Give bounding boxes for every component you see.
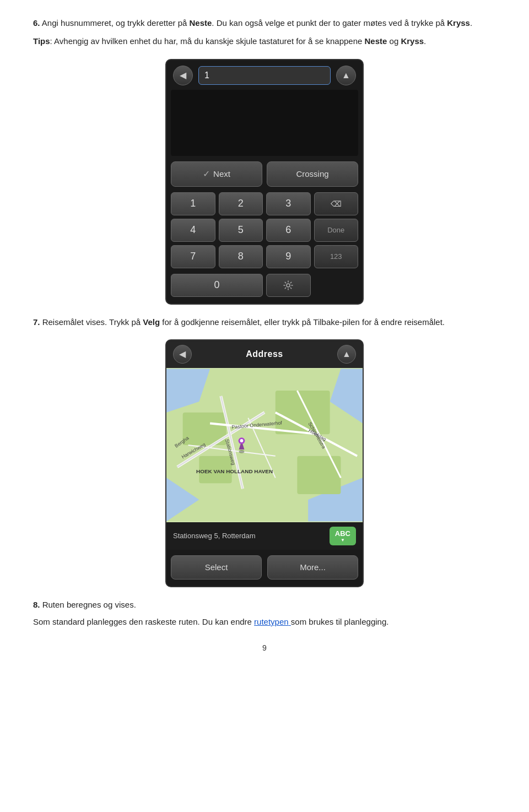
- step6-text3: .: [470, 18, 472, 28]
- select-label: Select: [205, 562, 228, 572]
- key-zero-row: 0: [166, 274, 363, 304]
- map-address: Stationsweg 5, Rotterdam: [173, 532, 256, 540]
- back-nav-button[interactable]: ◀: [173, 66, 193, 85]
- input-value: 1: [204, 71, 209, 80]
- svg-rect-9: [297, 456, 341, 494]
- step7-text2: for å godkjenne reisemålet, eller trykk …: [162, 317, 445, 327]
- tip-label: Tips: [33, 36, 50, 46]
- step6-text2: . Du kan også velge et punkt der to gate…: [212, 18, 447, 28]
- check-icon: ✓: [203, 169, 210, 179]
- keypad-screenshot: ◀ 1 ▲ ✓ Next Crossing 1 2 3 ⌫ 4 5 6 Done…: [165, 59, 364, 305]
- map-screenshot: ◀ Address ▲: [165, 339, 364, 587]
- map-back-button[interactable]: ◀: [173, 345, 192, 364]
- tip-text: Avhengig av hvilken enhet du har, må du …: [54, 36, 364, 46]
- step7-text: Reisemålet vises. Trykk på: [42, 317, 143, 327]
- step6-bold1: Neste: [190, 18, 212, 28]
- next-button[interactable]: ✓ Next: [171, 161, 262, 187]
- step7-bold: Velg: [143, 317, 160, 327]
- step8-number: 8.: [33, 600, 40, 609]
- rutetype-link-text: rutetypen: [254, 617, 289, 626]
- key-7[interactable]: 7: [171, 245, 215, 268]
- crossing-label: Crossing: [296, 169, 328, 178]
- step6-number: 6.: [33, 18, 40, 28]
- tip-end: .: [424, 36, 426, 46]
- keypad-top-bar: ◀ 1 ▲: [166, 60, 363, 90]
- page-number: 9: [33, 643, 496, 652]
- key-9[interactable]: 9: [266, 245, 311, 268]
- number-input-box[interactable]: 1: [198, 66, 331, 85]
- map-title: Address: [246, 349, 283, 359]
- key-backspace[interactable]: ⌫: [314, 192, 359, 215]
- tip-colon: :: [50, 36, 55, 46]
- step8-text3: som brukes til planlegging.: [291, 617, 389, 626]
- keypad-grid: 1 2 3 ⌫ 4 5 6 Done 7 8 9 123: [166, 192, 363, 274]
- next-label: Next: [213, 169, 230, 178]
- key-123[interactable]: 123: [314, 245, 359, 268]
- abc-label: ABC: [335, 529, 350, 538]
- key-2[interactable]: 2: [219, 192, 263, 215]
- select-button[interactable]: Select: [171, 555, 262, 580]
- step6-bold2: Kryss: [447, 18, 470, 28]
- map-area: Bergha Harwichweg Stationsweg Pastoor On…: [166, 368, 363, 522]
- map-actions-row: Select More...: [166, 550, 363, 586]
- keypad-dark-area: [171, 90, 358, 156]
- abc-arrow: ▼: [341, 538, 345, 543]
- more-label: More...: [300, 562, 326, 572]
- svg-point-26: [239, 450, 245, 453]
- key-0[interactable]: 0: [171, 274, 263, 297]
- tip-bold2: Kryss: [401, 36, 424, 46]
- key-1[interactable]: 1: [171, 192, 215, 215]
- key-3[interactable]: 3: [266, 192, 311, 215]
- step6-text1: Angi husnummeret, og trykk deretter på: [42, 18, 190, 28]
- key-5[interactable]: 5: [219, 219, 263, 242]
- svg-point-0: [287, 284, 290, 287]
- key-6[interactable]: 6: [266, 219, 311, 242]
- step7-number: 7.: [33, 317, 40, 327]
- key-4[interactable]: 4: [171, 219, 215, 242]
- svg-text:HOEK VAN HOLLAND HAVEN: HOEK VAN HOLLAND HAVEN: [196, 468, 273, 474]
- forward-nav-button[interactable]: ▲: [336, 66, 356, 85]
- key-done[interactable]: Done: [314, 219, 359, 242]
- svg-point-29: [240, 439, 244, 442]
- more-button[interactable]: More...: [267, 555, 358, 580]
- map-bottom-bar: Stationsweg 5, Rotterdam ABC ▼: [166, 522, 363, 550]
- tip-bold1: Neste: [365, 36, 387, 46]
- keypad-action-row: ✓ Next Crossing: [166, 161, 363, 187]
- map-top-bar: ◀ Address ▲: [166, 340, 363, 368]
- key-gear[interactable]: [266, 274, 311, 297]
- crossing-button[interactable]: Crossing: [267, 161, 358, 187]
- tip-and: og: [387, 36, 401, 46]
- abc-button[interactable]: ABC ▼: [330, 527, 356, 545]
- key-8[interactable]: 8: [219, 245, 263, 268]
- rutetype-link[interactable]: rutetypen: [254, 617, 291, 626]
- map-forward-button[interactable]: ▲: [337, 345, 356, 364]
- step8-text2: Som standard planlegges den raskeste rut…: [33, 617, 254, 626]
- step8-text: Ruten beregnes og vises.: [42, 600, 136, 609]
